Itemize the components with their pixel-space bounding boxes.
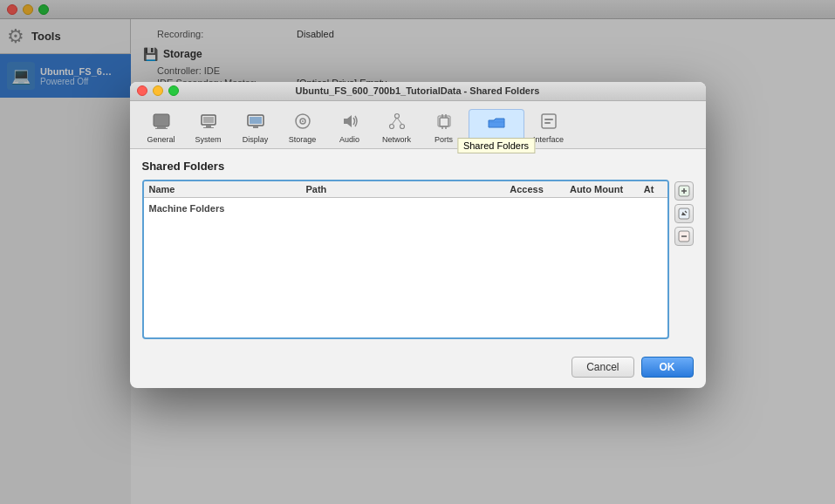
tab-ports-label: Ports bbox=[435, 135, 453, 144]
svg-rect-27 bbox=[544, 122, 551, 124]
add-folder-button[interactable] bbox=[674, 181, 694, 201]
tab-network[interactable]: Network bbox=[374, 108, 420, 148]
svg-rect-6 bbox=[203, 127, 214, 128]
svg-rect-19 bbox=[440, 118, 448, 126]
section-title: Shared Folders bbox=[142, 160, 694, 173]
col-header-name: Name bbox=[149, 184, 306, 194]
dialog-close-btn[interactable] bbox=[137, 85, 147, 96]
modal-overlay: Ubuntu_FS_600_700b1_TutorialData - Share… bbox=[0, 0, 835, 504]
col-header-path: Path bbox=[306, 184, 496, 194]
tab-shared[interactable]: Shared F… Shared Folders bbox=[469, 109, 524, 149]
svg-line-18 bbox=[397, 118, 402, 125]
general-tab-icon bbox=[152, 112, 171, 133]
ports-tab-icon bbox=[435, 112, 454, 133]
network-tab-icon bbox=[387, 112, 407, 133]
folders-container: Name Path Access Auto Mount At Machine F… bbox=[142, 180, 694, 339]
svg-marker-13 bbox=[344, 115, 352, 127]
interface-tab-icon bbox=[539, 112, 558, 133]
table-header: Name Path Access Auto Mount At bbox=[144, 181, 667, 198]
cancel-button[interactable]: Cancel bbox=[571, 357, 633, 378]
svg-point-12 bbox=[302, 120, 304, 122]
tab-system[interactable]: System bbox=[186, 108, 231, 148]
tab-shared-label: Shared F… bbox=[476, 137, 517, 146]
shared-tab-icon bbox=[487, 113, 506, 135]
col-header-at: At bbox=[636, 184, 662, 194]
svg-point-15 bbox=[389, 124, 394, 128]
svg-point-14 bbox=[394, 113, 399, 118]
edit-folder-button[interactable] bbox=[674, 204, 694, 223]
svg-line-17 bbox=[392, 118, 397, 125]
dialog-footer: Cancel OK bbox=[130, 350, 706, 388]
tab-display[interactable]: Display bbox=[233, 108, 278, 148]
tab-display-label: Display bbox=[243, 135, 269, 144]
tab-storage-label: Storage bbox=[289, 135, 317, 144]
svg-rect-2 bbox=[155, 128, 168, 129]
tab-bar: General System Display Storage bbox=[130, 101, 706, 149]
svg-rect-1 bbox=[157, 126, 166, 128]
table-actions bbox=[669, 180, 694, 339]
dialog-titlebar: Ubuntu_FS_600_700b1_TutorialData - Share… bbox=[130, 82, 706, 101]
col-header-automount: Auto Mount bbox=[558, 184, 636, 194]
tab-interface-label: Interface bbox=[533, 135, 564, 144]
ok-button[interactable]: OK bbox=[641, 357, 694, 378]
svg-rect-26 bbox=[544, 119, 553, 120]
svg-rect-8 bbox=[250, 117, 262, 124]
display-tab-icon bbox=[246, 112, 265, 133]
tab-general-label: General bbox=[147, 135, 175, 144]
tab-audio[interactable]: Audio bbox=[327, 108, 373, 148]
audio-tab-icon bbox=[340, 112, 359, 133]
dialog: Ubuntu_FS_600_700b1_TutorialData - Share… bbox=[130, 82, 706, 388]
storage-tab-icon bbox=[293, 112, 312, 133]
tab-storage[interactable]: Storage bbox=[280, 108, 325, 148]
folders-table: Name Path Access Auto Mount At Machine F… bbox=[142, 180, 669, 339]
dialog-body: Shared Folders Name Path Access Auto Mou… bbox=[130, 149, 706, 350]
tab-interface[interactable]: Interface bbox=[526, 108, 571, 148]
remove-folder-button[interactable] bbox=[674, 227, 694, 246]
dialog-title: Ubuntu_FS_600_700b1_TutorialData - Share… bbox=[296, 85, 540, 96]
svg-point-16 bbox=[400, 124, 404, 128]
svg-rect-9 bbox=[253, 126, 258, 128]
machine-folders-label: Machine Folders bbox=[149, 201, 662, 215]
tab-general[interactable]: General bbox=[139, 108, 184, 148]
table-body: Machine Folders bbox=[144, 198, 667, 337]
tab-audio-label: Audio bbox=[339, 135, 359, 144]
tab-network-label: Network bbox=[382, 135, 411, 144]
col-header-access: Access bbox=[496, 184, 558, 194]
tab-system-label: System bbox=[195, 135, 221, 144]
svg-rect-5 bbox=[206, 126, 211, 127]
svg-rect-25 bbox=[542, 114, 556, 128]
dialog-maximize-btn[interactable] bbox=[168, 85, 179, 96]
svg-rect-0 bbox=[154, 114, 169, 126]
system-tab-icon bbox=[199, 112, 218, 133]
dialog-minimize-btn[interactable] bbox=[153, 85, 163, 96]
svg-rect-4 bbox=[203, 117, 214, 123]
tab-ports[interactable]: Ports bbox=[421, 108, 467, 148]
